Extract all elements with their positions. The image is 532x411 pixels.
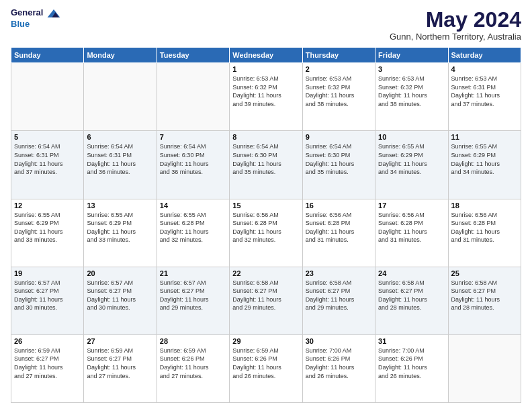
day-info: Sunrise: 6:59 AM Sunset: 6:26 PM Dayligh…: [232, 347, 299, 380]
header-day: Wednesday: [230, 48, 302, 63]
day-info: Sunrise: 6:54 AM Sunset: 6:30 PM Dayligh…: [232, 142, 299, 176]
day-info: Sunrise: 6:58 AM Sunset: 6:27 PM Dayligh…: [451, 279, 518, 312]
logo: General Blue: [11, 8, 60, 30]
day-info: Sunrise: 6:53 AM Sunset: 6:31 PM Dayligh…: [451, 75, 518, 108]
day-number: 29: [232, 337, 299, 345]
day-number: 7: [160, 133, 226, 141]
day-number: 24: [378, 269, 445, 277]
calendar-cell: 9Sunrise: 6:54 AM Sunset: 6:30 PM Daylig…: [302, 131, 375, 199]
calendar-week-row: 1Sunrise: 6:53 AM Sunset: 6:32 PM Daylig…: [11, 63, 521, 131]
calendar-cell: 17Sunrise: 6:56 AM Sunset: 6:28 PM Dayli…: [375, 199, 448, 267]
header: General Blue May 2024 Gunn, Northern Ter…: [11, 8, 521, 42]
day-number: 2: [306, 65, 372, 73]
calendar-cell: 28Sunrise: 6:59 AM Sunset: 6:26 PM Dayli…: [157, 334, 229, 402]
day-number: 19: [14, 269, 81, 277]
logo-general: General: [11, 8, 60, 17]
day-number: 25: [451, 269, 518, 277]
calendar-week-row: 12Sunrise: 6:55 AM Sunset: 6:29 PM Dayli…: [11, 199, 521, 267]
day-number: 9: [306, 133, 372, 141]
day-number: 30: [306, 337, 372, 345]
day-number: 27: [87, 337, 153, 345]
day-number: 16: [306, 201, 372, 210]
calendar-cell: 19Sunrise: 6:57 AM Sunset: 6:27 PM Dayli…: [11, 267, 84, 334]
calendar-week-row: 19Sunrise: 6:57 AM Sunset: 6:27 PM Dayli…: [11, 267, 521, 334]
day-info: Sunrise: 6:57 AM Sunset: 6:27 PM Dayligh…: [87, 279, 153, 312]
day-number: 17: [378, 201, 445, 210]
day-number: 22: [232, 269, 299, 277]
day-number: 26: [14, 337, 81, 345]
calendar-cell: 18Sunrise: 6:56 AM Sunset: 6:28 PM Dayli…: [448, 199, 521, 267]
day-number: 10: [378, 133, 445, 141]
logo-blue: Blue: [11, 19, 30, 29]
day-number: 1: [232, 65, 299, 73]
day-info: Sunrise: 6:57 AM Sunset: 6:27 PM Dayligh…: [14, 279, 81, 312]
day-info: Sunrise: 6:54 AM Sunset: 6:31 PM Dayligh…: [14, 142, 81, 176]
calendar-cell: 6Sunrise: 6:54 AM Sunset: 6:31 PM Daylig…: [84, 131, 157, 199]
day-info: Sunrise: 6:58 AM Sunset: 6:27 PM Dayligh…: [232, 279, 299, 312]
day-number: 15: [232, 201, 299, 210]
calendar-week-row: 26Sunrise: 6:59 AM Sunset: 6:27 PM Dayli…: [11, 334, 521, 402]
day-info: Sunrise: 6:54 AM Sunset: 6:30 PM Dayligh…: [306, 142, 372, 176]
day-info: Sunrise: 6:56 AM Sunset: 6:28 PM Dayligh…: [378, 211, 445, 244]
calendar-cell: 24Sunrise: 6:58 AM Sunset: 6:27 PM Dayli…: [375, 267, 448, 334]
day-info: Sunrise: 6:53 AM Sunset: 6:32 PM Dayligh…: [306, 75, 372, 108]
calendar-cell: 4Sunrise: 6:53 AM Sunset: 6:31 PM Daylig…: [448, 63, 521, 131]
day-info: Sunrise: 6:53 AM Sunset: 6:32 PM Dayligh…: [378, 75, 445, 108]
header-day: Friday: [375, 48, 448, 63]
day-info: Sunrise: 6:54 AM Sunset: 6:30 PM Dayligh…: [160, 142, 226, 176]
calendar-cell: [448, 334, 521, 402]
day-number: 23: [306, 269, 372, 277]
day-info: Sunrise: 6:55 AM Sunset: 6:28 PM Dayligh…: [160, 211, 226, 244]
calendar-cell: 27Sunrise: 6:59 AM Sunset: 6:27 PM Dayli…: [84, 334, 157, 402]
calendar-cell: 20Sunrise: 6:57 AM Sunset: 6:27 PM Dayli…: [84, 267, 157, 334]
calendar-cell: 25Sunrise: 6:58 AM Sunset: 6:27 PM Dayli…: [448, 267, 521, 334]
calendar-cell: 31Sunrise: 7:00 AM Sunset: 6:26 PM Dayli…: [375, 334, 448, 402]
calendar-cell: 30Sunrise: 7:00 AM Sunset: 6:26 PM Dayli…: [302, 334, 375, 402]
day-info: Sunrise: 6:56 AM Sunset: 6:28 PM Dayligh…: [451, 211, 518, 244]
calendar-week-row: 5Sunrise: 6:54 AM Sunset: 6:31 PM Daylig…: [11, 131, 521, 199]
day-info: Sunrise: 6:58 AM Sunset: 6:27 PM Dayligh…: [378, 279, 445, 312]
day-number: 21: [160, 269, 226, 277]
day-number: 14: [160, 201, 226, 210]
calendar-cell: [11, 63, 84, 131]
day-info: Sunrise: 6:57 AM Sunset: 6:27 PM Dayligh…: [160, 279, 226, 312]
calendar-cell: 5Sunrise: 6:54 AM Sunset: 6:31 PM Daylig…: [11, 131, 84, 199]
day-number: 4: [451, 65, 518, 73]
day-info: Sunrise: 6:56 AM Sunset: 6:28 PM Dayligh…: [306, 211, 372, 244]
calendar-cell: 29Sunrise: 6:59 AM Sunset: 6:26 PM Dayli…: [230, 334, 302, 402]
header-day: Tuesday: [157, 48, 229, 63]
calendar-cell: 22Sunrise: 6:58 AM Sunset: 6:27 PM Dayli…: [230, 267, 302, 334]
header-day: Thursday: [302, 48, 375, 63]
day-number: 20: [87, 269, 153, 277]
title-area: May 2024 Gunn, Northern Territory, Austr…: [390, 8, 521, 42]
calendar-cell: 23Sunrise: 6:58 AM Sunset: 6:27 PM Dayli…: [302, 267, 375, 334]
day-info: Sunrise: 6:55 AM Sunset: 6:29 PM Dayligh…: [378, 142, 445, 176]
calendar-cell: 2Sunrise: 6:53 AM Sunset: 6:32 PM Daylig…: [302, 63, 375, 131]
day-info: Sunrise: 6:59 AM Sunset: 6:27 PM Dayligh…: [87, 347, 153, 380]
day-number: 6: [87, 133, 153, 141]
calendar-cell: 21Sunrise: 6:57 AM Sunset: 6:27 PM Dayli…: [157, 267, 229, 334]
calendar-cell: 8Sunrise: 6:54 AM Sunset: 6:30 PM Daylig…: [230, 131, 302, 199]
day-info: Sunrise: 6:59 AM Sunset: 6:27 PM Dayligh…: [14, 347, 81, 380]
header-day: Monday: [84, 48, 157, 63]
header-day: Sunday: [11, 48, 84, 63]
calendar-cell: [84, 63, 157, 131]
day-info: Sunrise: 6:54 AM Sunset: 6:31 PM Dayligh…: [87, 142, 153, 176]
day-number: 28: [160, 337, 226, 345]
day-info: Sunrise: 6:55 AM Sunset: 6:29 PM Dayligh…: [87, 211, 153, 244]
calendar-cell: [157, 63, 229, 131]
calendar-cell: 12Sunrise: 6:55 AM Sunset: 6:29 PM Dayli…: [11, 199, 84, 267]
day-number: 5: [14, 133, 81, 141]
day-number: 3: [378, 65, 445, 73]
day-info: Sunrise: 7:00 AM Sunset: 6:26 PM Dayligh…: [306, 347, 372, 380]
header-row: SundayMondayTuesdayWednesdayThursdayFrid…: [11, 48, 521, 63]
day-number: 12: [14, 201, 81, 210]
calendar-cell: 16Sunrise: 6:56 AM Sunset: 6:28 PM Dayli…: [302, 199, 375, 267]
calendar-cell: 3Sunrise: 6:53 AM Sunset: 6:32 PM Daylig…: [375, 63, 448, 131]
calendar-cell: 7Sunrise: 6:54 AM Sunset: 6:30 PM Daylig…: [157, 131, 229, 199]
day-info: Sunrise: 6:56 AM Sunset: 6:28 PM Dayligh…: [232, 211, 299, 244]
header-day: Saturday: [448, 48, 521, 63]
day-info: Sunrise: 6:59 AM Sunset: 6:26 PM Dayligh…: [160, 347, 226, 380]
calendar-cell: 10Sunrise: 6:55 AM Sunset: 6:29 PM Dayli…: [375, 131, 448, 199]
calendar-cell: 13Sunrise: 6:55 AM Sunset: 6:29 PM Dayli…: [84, 199, 157, 267]
